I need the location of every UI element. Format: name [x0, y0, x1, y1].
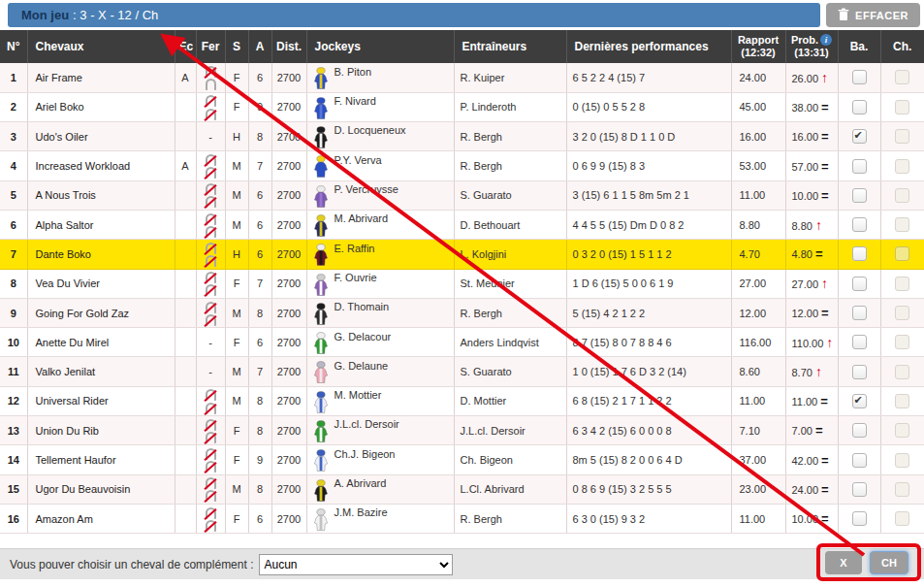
horseshoe-icon [206, 79, 216, 90]
table-row[interactable]: 15 Ugor Du Beauvoisin M 8 2700 A. Abriva… [0, 474, 924, 504]
horse-number: 12 [0, 386, 27, 415]
prob-cell: 10.00= [785, 504, 838, 533]
horse-age: 9 [248, 92, 271, 121]
horse-age: 8 [248, 122, 271, 151]
ch-checkbox[interactable] [895, 217, 909, 232]
jockey-name: M. Mottier [335, 389, 382, 401]
prob-odds: 26.00 [792, 73, 819, 84]
ch-checkbox[interactable] [895, 129, 909, 144]
ch-checkbox[interactable] [895, 423, 909, 438]
table-row[interactable]: 6 Alpha Saltor M 6 2700 M. Abrivard D. B… [0, 210, 924, 239]
blinkers-flag [175, 328, 196, 357]
horse-sex: F [225, 445, 248, 474]
ba-checkbox[interactable] [852, 159, 867, 174]
ba-cell [838, 151, 880, 180]
horse-age: 7 [248, 269, 271, 298]
table-row[interactable]: 12 Universal Rider M 8 2700 M. Mottier D… [0, 386, 924, 415]
ch-checkbox[interactable] [895, 306, 909, 320]
ba-checkbox[interactable] [852, 246, 867, 261]
ba-checkbox[interactable] [852, 482, 867, 497]
table-row[interactable]: 2 Ariel Boko F 9 2700 F. Nivard P. Linde… [0, 92, 924, 121]
ba-checkbox[interactable] [852, 394, 867, 408]
ba-checkbox[interactable] [852, 129, 867, 144]
table-row[interactable]: 14 Tellement Haufor F 9 2700 Ch.J. Bigeo… [0, 445, 924, 474]
header-jockeys: Jockeys [306, 30, 454, 63]
ba-checkbox[interactable] [852, 335, 867, 349]
race-distance: 2700 [271, 180, 306, 210]
prob-cell: 8.70↑ [785, 357, 838, 386]
header-prob-line1: Prob.i [790, 34, 834, 47]
ch-checkbox[interactable] [895, 335, 909, 349]
jockey-cell: D. Locqueneux [306, 122, 454, 151]
ba-checkbox[interactable] [852, 423, 867, 438]
ch-checkbox[interactable] [895, 453, 909, 468]
trainer-name: J.L.cl. Dersoir [454, 416, 566, 445]
table-row[interactable]: 1 Air Frame A F 6 2700 B. Piton R. Kuipe… [0, 63, 924, 92]
horse-sex: H [225, 122, 248, 151]
table-row[interactable]: 8 Vea Du Vivier F 7 2700 F. Ouvrie St. M… [0, 269, 924, 298]
ch-checkbox[interactable] [895, 394, 909, 408]
ba-checkbox[interactable] [852, 188, 867, 203]
ba-checkbox[interactable] [852, 100, 867, 114]
ch-checkbox[interactable] [895, 246, 909, 261]
ba-checkbox[interactable] [852, 365, 867, 379]
info-icon[interactable]: i [820, 34, 832, 46]
ba-checkbox[interactable] [852, 511, 867, 526]
complement-select[interactable]: Aucun [259, 554, 453, 575]
remove-complement-button[interactable]: X [825, 551, 862, 574]
unshod-horseshoe-icon [206, 167, 216, 179]
header-horse: Chevaux [27, 30, 175, 63]
ch-checkbox[interactable] [895, 100, 909, 114]
table-row[interactable]: 13 Union Du Rib F 8 2700 J.L.cl. Dersoir… [0, 416, 924, 445]
horse-name: Valko Jenilat [27, 357, 175, 386]
blinkers-flag [175, 416, 196, 445]
trainer-name: S. Guarato [454, 180, 566, 210]
horse-sex: F [225, 416, 248, 445]
rapport-odds: 11.00 [731, 180, 785, 210]
table-row[interactable]: 7 Dante Boko H 6 2700 E. Raffin L. Kolgj… [0, 240, 924, 269]
ch-checkbox[interactable] [895, 188, 909, 203]
table-row[interactable]: 11 Valko Jenilat - M 7 2700 G. Delaune S… [0, 357, 924, 386]
ch-cell [880, 63, 924, 92]
horse-age: 6 [248, 328, 271, 357]
header-performances: Dernières performances [566, 30, 731, 63]
prob-cell: 8.80↑ [785, 210, 838, 239]
race-distance: 2700 [271, 151, 306, 180]
clear-button[interactable]: EFFACER [826, 3, 920, 27]
ch-checkbox[interactable] [895, 482, 909, 497]
ba-cell [838, 298, 880, 327]
rapport-odds: 27.00 [731, 269, 785, 298]
table-header-row: N° Chevaux Ec Fer S A Dist. Jockeys Entr… [0, 30, 924, 63]
ba-checkbox[interactable] [852, 453, 867, 468]
blinkers-flag [175, 386, 196, 415]
unshod-horseshoe-icon [206, 284, 216, 296]
table-row[interactable]: 4 Increased Workload A M 7 2700 P.Y. Ver… [0, 151, 924, 180]
blinkers-flag [175, 445, 196, 474]
prob-odds: 8.70 [792, 367, 812, 378]
jockey-silks-icon [311, 337, 331, 348]
ch-checkbox[interactable] [895, 277, 909, 291]
ba-checkbox[interactable] [852, 306, 867, 320]
table-row[interactable]: 3 Udo's Oiler - H 8 2700 D. Locqueneux R… [0, 122, 924, 151]
ch-checkbox[interactable] [895, 365, 909, 379]
trainer-name: R. Kuiper [454, 63, 566, 92]
ch-checkbox[interactable] [895, 159, 909, 174]
ba-cell [838, 269, 880, 298]
ba-checkbox[interactable] [852, 217, 867, 232]
prob-odds: 8.80 [792, 220, 812, 232]
table-row[interactable]: 16 Amazon Am F 6 2700 J.M. Bazire R. Ber… [0, 504, 924, 533]
horse-name: A Nous Trois [27, 180, 175, 210]
prob-cell: 7.00= [785, 416, 838, 445]
table-row[interactable]: 5 A Nous Trois M 6 2700 P. Vercruysse S.… [0, 180, 924, 210]
ba-checkbox[interactable] [852, 277, 867, 291]
ch-checkbox[interactable] [895, 511, 909, 526]
ch-checkbox[interactable] [895, 70, 909, 84]
table-row[interactable]: 10 Anette Du Mirel - F 6 2700 G. Delacou… [0, 328, 924, 357]
ch-complement-button[interactable]: CH [870, 551, 908, 574]
ba-checkbox[interactable] [852, 70, 867, 84]
table-row[interactable]: 9 Going For Gold Zaz M 8 2700 D. Thomain… [0, 298, 924, 327]
last-performances: 3 (15) 6 1 1 5 8m 5m 2 1 [566, 180, 731, 210]
trend-equal-icon: = [815, 423, 822, 438]
last-performances: 0 3 2 0 (15) 1 5 1 1 2 [566, 240, 731, 269]
shoeing-icons [196, 210, 225, 239]
